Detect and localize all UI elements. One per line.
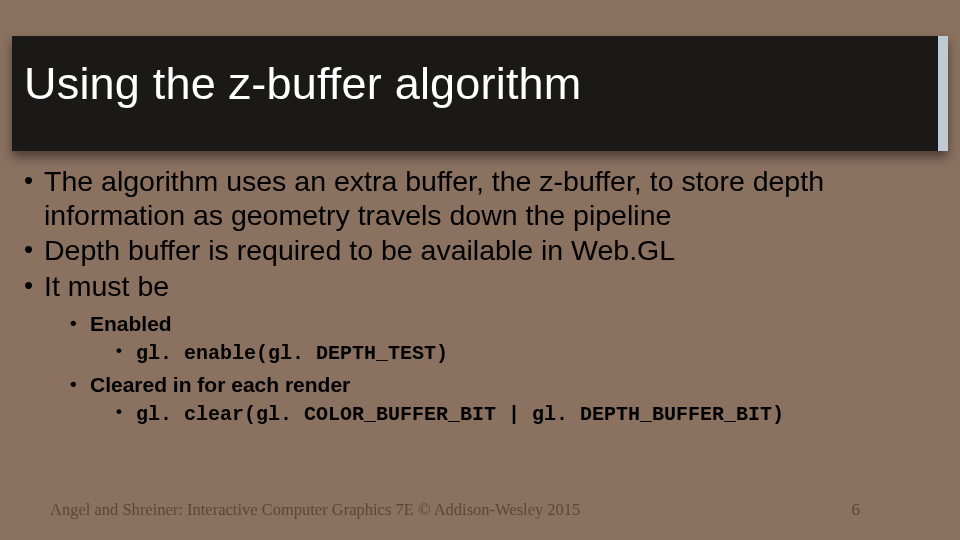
title-band: Using the z-buffer algorithm <box>12 36 948 151</box>
bullet-text: The algorithm uses an extra buffer, the … <box>44 165 824 231</box>
bullet-list-lvl3: gl. enable(gl. DEPTH_TEST) <box>90 340 932 367</box>
bullet-text: Cleared in for each render <box>90 373 350 396</box>
bullet-text: Depth buffer is required to be available… <box>44 234 675 266</box>
slide-content: The algorithm uses an extra buffer, the … <box>22 165 932 432</box>
slide-title: Using the z-buffer algorithm <box>24 58 582 110</box>
bullet-item: The algorithm uses an extra buffer, the … <box>22 165 932 232</box>
bullet-text: Enabled <box>90 312 172 335</box>
slide: Using the z-buffer algorithm The algorit… <box>0 0 960 540</box>
code-text: gl. clear(gl. COLOR_BUFFER_BIT | gl. DEP… <box>136 403 784 426</box>
footer-attribution: Angel and Shreiner: Interactive Computer… <box>50 500 580 520</box>
bullet-item: Cleared in for each render gl. clear(gl.… <box>68 371 932 428</box>
bullet-item: It must be Enabled gl. enable(gl. DEPTH_… <box>22 270 932 428</box>
bullet-list-lvl3: gl. clear(gl. COLOR_BUFFER_BIT | gl. DEP… <box>90 401 932 428</box>
page-number: 6 <box>852 500 861 520</box>
bullet-list-lvl1: The algorithm uses an extra buffer, the … <box>22 165 932 428</box>
bullet-list-lvl2: Enabled gl. enable(gl. DEPTH_TEST) Clear… <box>44 310 932 429</box>
bullet-text: It must be <box>44 270 169 302</box>
code-item: gl. enable(gl. DEPTH_TEST) <box>114 340 932 367</box>
bullet-item: Enabled gl. enable(gl. DEPTH_TEST) <box>68 310 932 367</box>
slide-footer: Angel and Shreiner: Interactive Computer… <box>50 500 920 520</box>
code-text: gl. enable(gl. DEPTH_TEST) <box>136 342 448 365</box>
bullet-item: Depth buffer is required to be available… <box>22 234 932 268</box>
code-item: gl. clear(gl. COLOR_BUFFER_BIT | gl. DEP… <box>114 401 932 428</box>
